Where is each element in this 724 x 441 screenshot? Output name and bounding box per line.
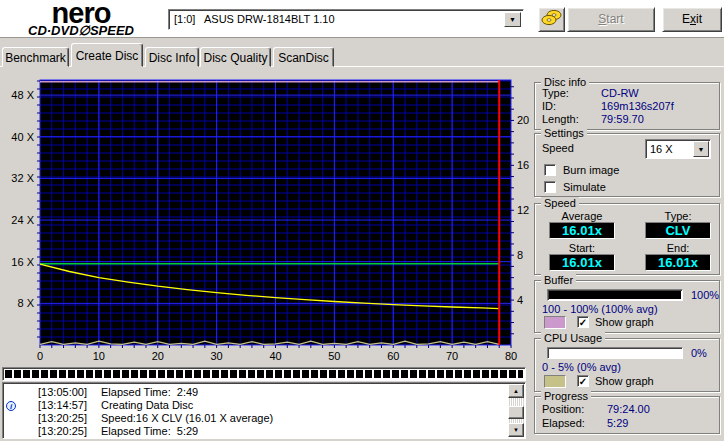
scroll-thumb[interactable] — [508, 406, 524, 419]
elapsed-value: 5:29 — [607, 417, 628, 429]
elapsed-label: Elapsed: — [542, 417, 585, 429]
buffer-show-graph-label: Show graph — [595, 316, 654, 328]
svg-text:16: 16 — [517, 159, 529, 171]
buffer-title: Buffer — [541, 274, 576, 286]
log-row: i [13:14:57] Creating Data Disc — [3, 398, 525, 411]
svg-text:20: 20 — [517, 114, 529, 126]
svg-text:4: 4 — [517, 294, 523, 306]
position-label: Position: — [542, 403, 584, 415]
log-text: Creating Data Disc — [101, 399, 193, 411]
speed-end-value: 16.01x — [645, 254, 711, 271]
svg-text:0: 0 — [37, 350, 43, 362]
progress-group: Progress Position: 79:24.00 Elapsed: 5:2… — [534, 396, 720, 434]
cpu-range-text: 0 - 5% (0% avg) — [542, 361, 621, 373]
speed-start-value: 16.01x — [549, 254, 615, 271]
log-time: [13:20:25] — [19, 412, 87, 424]
speed-average-value: 16.01x — [549, 222, 615, 239]
log-row: [13:20:25] Speed:16 X CLV (16.01 X avera… — [3, 411, 525, 424]
buffer-range-text: 100 - 100% (100% avg) — [542, 303, 658, 315]
drive-select[interactable]: [1:0] ASUS DRW-1814BLT 1.10 ▼ — [168, 9, 524, 30]
speed-group-title: Speed — [541, 197, 579, 209]
tab-disc-quality[interactable]: Disc Quality — [200, 47, 271, 67]
buffer-group: Buffer 100% 100 - 100% (100% avg) ✓ Show… — [534, 280, 720, 333]
burn-image-label: Burn image — [563, 164, 619, 176]
speed-select-dropdown-button[interactable]: ▼ — [693, 141, 709, 157]
header-toolbar: nero CD·DVD∅SPEED [1:0] ASUS DRW-1814BLT… — [0, 0, 724, 38]
buffer-meter-fill — [549, 291, 681, 299]
write-speed-chart-svg: 48 X40 X32 X24 X16 X8 X20161284010203040… — [0, 76, 530, 366]
svg-text:8: 8 — [517, 249, 523, 261]
log-scrollbar[interactable]: ▲ ▼ — [508, 384, 524, 437]
speed-type-value: CLV — [645, 222, 711, 239]
tab-create-disc[interactable]: Create Disc — [71, 43, 143, 67]
write-progress-bar-fill — [5, 370, 523, 378]
svg-text:48 X: 48 X — [11, 89, 34, 101]
start-button-label-post: tart — [606, 12, 623, 26]
svg-text:50: 50 — [328, 350, 340, 362]
svg-text:8 X: 8 X — [17, 297, 34, 309]
event-log-list[interactable]: [13:05:00] Elapsed Time: 2:49 i [13:14:5… — [2, 382, 526, 439]
simulate-checkbox[interactable] — [544, 181, 556, 193]
tab-disc-quality-label: Disc Quality — [203, 51, 267, 65]
disc-id-label: ID: — [542, 100, 556, 112]
start-button[interactable]: Start — [567, 7, 655, 32]
buffer-graph-color-swatch — [544, 316, 566, 329]
svg-text:80: 80 — [505, 350, 517, 362]
drive-select-dropdown-button[interactable]: ▼ — [504, 12, 521, 27]
exit-button-label-pre: E — [682, 12, 690, 26]
nero-logo: nero CD·DVD∅SPEED — [6, 1, 156, 37]
svg-text:40 X: 40 X — [11, 131, 34, 143]
log-row: [13:20:25] Elapsed Time: 5:29 — [3, 424, 525, 437]
log-text: Elapsed Time: 2:49 — [101, 386, 198, 398]
log-row: [13:05:00] Elapsed Time: 2:49 — [3, 385, 525, 398]
settings-group: Settings Speed 16 X ▼ Burn image Simulat… — [534, 133, 720, 197]
disc-tools-button[interactable] — [538, 7, 565, 32]
svg-text:20: 20 — [152, 350, 164, 362]
speed-select-value: 16 X — [650, 143, 673, 155]
scroll-up-button[interactable]: ▲ — [508, 384, 524, 398]
disc-id-value: 169m136s207f — [601, 100, 674, 112]
simulate-label: Simulate — [563, 181, 606, 193]
cpu-usage-group: CPU Usage 0% 0 - 5% (0% avg) ✓ Show grap… — [534, 338, 720, 392]
tab-benchmark[interactable]: Benchmark — [2, 47, 69, 67]
exit-button[interactable]: Exit — [662, 7, 722, 32]
svg-text:32 X: 32 X — [11, 172, 34, 184]
tab-benchmark-label: Benchmark — [5, 51, 66, 65]
speed-select[interactable]: 16 X ▼ — [645, 139, 711, 159]
exit-button-label-post: it — [696, 12, 702, 26]
log-time: [13:20:25] — [19, 425, 87, 437]
scroll-down-button[interactable]: ▼ — [508, 423, 524, 437]
tab-scandisc[interactable]: ScanDisc — [273, 47, 334, 67]
speed-setting-label: Speed — [542, 142, 574, 154]
cpu-meter — [547, 347, 683, 359]
tab-disc-info-label: Disc Info — [149, 51, 196, 65]
svg-text:12: 12 — [517, 204, 529, 216]
cpu-graph-color-swatch — [544, 375, 566, 388]
svg-text:60: 60 — [387, 350, 399, 362]
speed-type-label: Type: — [645, 210, 711, 222]
disc-type-value: CD-RW — [601, 87, 639, 99]
tab-disc-info[interactable]: Disc Info — [145, 47, 199, 67]
tab-create-disc-label: Create Disc — [76, 49, 139, 63]
speed-start-label: Start: — [549, 242, 615, 254]
write-progress-bar — [2, 367, 526, 381]
buffer-show-graph-checkbox[interactable]: ✓ — [577, 316, 589, 328]
svg-text:40: 40 — [269, 350, 281, 362]
nero-logo-text: nero — [6, 1, 156, 25]
disc-info-group: Disc info Type: CD-RW ID: 169m136s207f L… — [534, 82, 720, 130]
tab-scandisc-label: ScanDisc — [278, 51, 329, 65]
cpu-show-graph-checkbox[interactable]: ✓ — [577, 375, 589, 387]
cd-dvd-speed-logo-text: CD·DVD∅SPEED — [6, 25, 156, 37]
speed-group: Speed Average Type: 16.01x CLV Start: En… — [534, 203, 720, 275]
write-speed-chart: 48 X40 X32 X24 X16 X8 X20161284010203040… — [0, 76, 530, 366]
burn-image-checkbox[interactable] — [544, 164, 556, 176]
cpu-percent: 0% — [691, 347, 707, 359]
settings-title: Settings — [541, 127, 587, 139]
log-time: [13:05:00] — [19, 386, 87, 398]
svg-text:10: 10 — [93, 350, 105, 362]
log-text: Speed:16 X CLV (16.01 X average) — [101, 412, 273, 424]
nero-cd-dvd-speed-window: nero CD·DVD∅SPEED [1:0] ASUS DRW-1814BLT… — [0, 0, 724, 441]
svg-text:30: 30 — [211, 350, 223, 362]
speed-end-label: End: — [645, 242, 711, 254]
position-value: 79:24.00 — [607, 403, 650, 415]
